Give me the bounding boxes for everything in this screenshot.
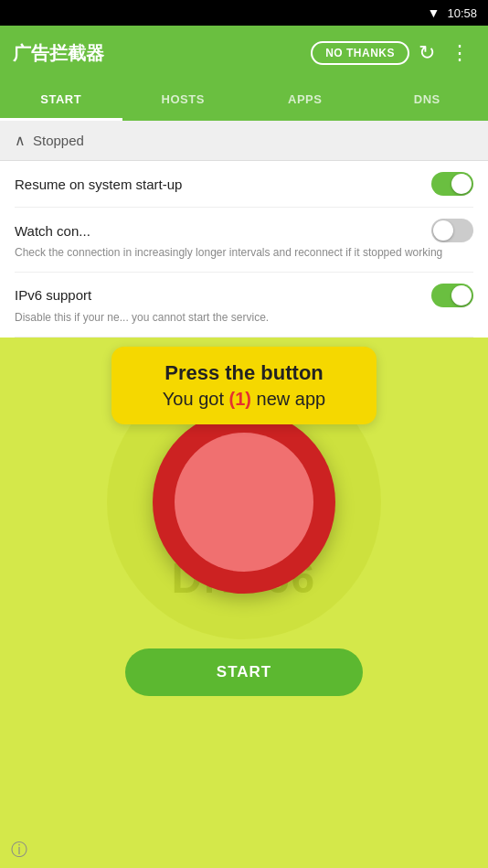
refresh-button[interactable]: ↻ — [413, 38, 440, 69]
no-thanks-button[interactable]: NO THANKS — [311, 41, 409, 65]
app-title: 广告拦截器 — [13, 41, 104, 66]
circle-wrapper: Press the button You got (1) new app DNS… — [107, 347, 381, 630]
red-button-inner — [175, 433, 313, 572]
tooltip-count: (1) — [229, 389, 251, 409]
start-button[interactable]: START — [125, 648, 363, 696]
main-power-button[interactable] — [153, 411, 335, 594]
status-label: Stopped — [33, 133, 84, 148]
wifi-icon: ▼ — [428, 5, 440, 20]
tab-dns[interactable]: DNS — [366, 80, 489, 118]
circle-area: Press the button You got (1) new app DNS… — [0, 338, 488, 714]
info-icon[interactable]: ⓘ — [11, 839, 27, 861]
status-row: ∧ Stopped — [0, 121, 488, 161]
tab-apps[interactable]: APPS — [244, 80, 366, 118]
tab-start[interactable]: START — [0, 80, 122, 118]
toggle-resume[interactable] — [431, 172, 473, 196]
settings-area: Resume on system start-up Watch con... C… — [0, 161, 488, 338]
app-bar-actions: NO THANKS ↻ ⋮ — [311, 38, 475, 69]
status-time: 10:58 — [447, 6, 477, 20]
setting-desc-ipv6: Disable this if your ne... you cannot st… — [15, 310, 473, 326]
setting-label-watch: Watch con... — [15, 223, 90, 239]
toggle-watch[interactable] — [431, 219, 473, 242]
tab-hosts[interactable]: HOSTS — [122, 80, 245, 118]
app-bar: 广告拦截器 NO THANKS ↻ ⋮ — [0, 26, 488, 80]
chevron-up-icon: ∧ — [15, 132, 26, 149]
more-options-button[interactable]: ⋮ — [444, 38, 475, 69]
tooltip-suffix: new app — [251, 389, 325, 409]
setting-desc-watch: Check the connection in increasingly lon… — [15, 245, 473, 261]
setting-row-ipv6: IPv6 support Disable this if your ne... … — [15, 273, 473, 338]
setting-row-resume: Resume on system start-up — [15, 161, 473, 208]
status-bar: ▼ 10:58 — [0, 0, 488, 26]
tooltip-prefix: You got — [163, 389, 229, 409]
toggle-ipv6[interactable] — [431, 284, 473, 307]
tooltip: Press the button You got (1) new app — [111, 347, 377, 424]
tooltip-title: Press the button — [132, 361, 356, 385]
tab-bar: START HOSTS APPS DNS — [0, 80, 488, 121]
setting-row-watch: Watch con... Check the connection in inc… — [15, 208, 473, 273]
setting-label-ipv6: IPv6 support — [15, 287, 91, 303]
setting-label-resume: Resume on system start-up — [15, 177, 182, 192]
tooltip-body: You got (1) new app — [132, 389, 356, 410]
